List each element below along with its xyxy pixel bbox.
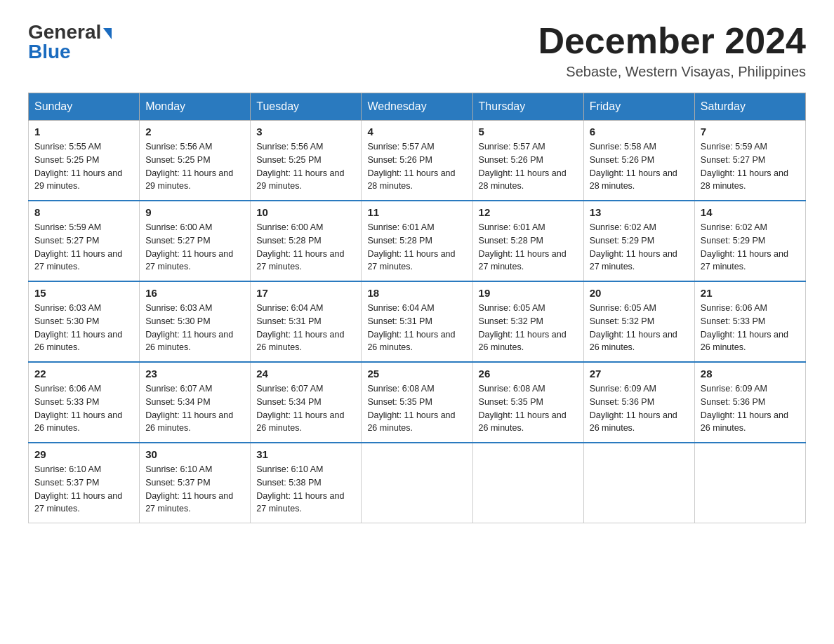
calendar-table: Sunday Monday Tuesday Wednesday Thursday…	[28, 93, 806, 523]
day-number: 24	[256, 368, 355, 380]
table-row: 12 Sunrise: 6:01 AMSunset: 5:28 PMDaylig…	[472, 201, 583, 281]
day-info: Sunrise: 6:06 AMSunset: 5:33 PMDaylight:…	[701, 303, 788, 352]
day-info: Sunrise: 6:08 AMSunset: 5:35 PMDaylight:…	[367, 384, 455, 433]
day-number: 21	[701, 287, 800, 299]
header-tuesday: Tuesday	[251, 93, 362, 121]
table-row: 5 Sunrise: 5:57 AMSunset: 5:26 PMDayligh…	[472, 121, 583, 201]
table-row	[362, 443, 472, 523]
table-row: 2 Sunrise: 5:56 AMSunset: 5:25 PMDayligh…	[140, 121, 251, 201]
day-number: 16	[145, 287, 244, 299]
table-row: 16 Sunrise: 6:03 AMSunset: 5:30 PMDaylig…	[140, 281, 251, 362]
day-info: Sunrise: 6:02 AMSunset: 5:29 PMDaylight:…	[590, 222, 677, 271]
page-header: General Blue December 2024 Sebaste, West…	[28, 21, 806, 80]
table-row: 8 Sunrise: 5:59 AMSunset: 5:27 PMDayligh…	[29, 201, 140, 281]
calendar-week-row: 1 Sunrise: 5:55 AMSunset: 5:25 PMDayligh…	[29, 121, 806, 201]
table-row: 10 Sunrise: 6:00 AMSunset: 5:28 PMDaylig…	[251, 201, 362, 281]
logo-blue: Blue	[28, 41, 71, 63]
header-thursday: Thursday	[472, 93, 583, 121]
table-row	[583, 443, 694, 523]
table-row: 21 Sunrise: 6:06 AMSunset: 5:33 PMDaylig…	[694, 281, 805, 362]
day-number: 5	[479, 126, 578, 137]
day-info: Sunrise: 6:01 AMSunset: 5:28 PMDaylight:…	[479, 222, 567, 271]
day-info: Sunrise: 5:57 AMSunset: 5:26 PMDaylight:…	[367, 142, 455, 191]
table-row: 29 Sunrise: 6:10 AMSunset: 5:37 PMDaylig…	[29, 443, 140, 523]
table-row: 3 Sunrise: 5:56 AMSunset: 5:25 PMDayligh…	[251, 121, 362, 201]
header-monday: Monday	[140, 93, 251, 121]
day-number: 19	[479, 287, 578, 299]
day-number: 2	[145, 126, 244, 137]
day-number: 17	[256, 287, 355, 299]
day-info: Sunrise: 6:03 AMSunset: 5:30 PMDaylight:…	[34, 303, 122, 352]
table-row: 7 Sunrise: 5:59 AMSunset: 5:27 PMDayligh…	[694, 121, 805, 201]
day-info: Sunrise: 6:10 AMSunset: 5:37 PMDaylight:…	[145, 464, 233, 514]
day-info: Sunrise: 6:10 AMSunset: 5:37 PMDaylight:…	[34, 464, 122, 514]
day-info: Sunrise: 5:59 AMSunset: 5:27 PMDaylight:…	[34, 222, 122, 271]
header-saturday: Saturday	[694, 93, 805, 121]
day-info: Sunrise: 5:55 AMSunset: 5:25 PMDaylight:…	[34, 142, 122, 191]
day-number: 29	[34, 448, 133, 460]
day-info: Sunrise: 5:56 AMSunset: 5:25 PMDaylight:…	[256, 142, 344, 191]
day-info: Sunrise: 6:05 AMSunset: 5:32 PMDaylight:…	[479, 303, 567, 352]
day-number: 1	[34, 126, 133, 137]
day-info: Sunrise: 6:04 AMSunset: 5:31 PMDaylight:…	[256, 303, 344, 352]
calendar-week-row: 15 Sunrise: 6:03 AMSunset: 5:30 PMDaylig…	[29, 281, 806, 362]
table-row: 13 Sunrise: 6:02 AMSunset: 5:29 PMDaylig…	[583, 201, 694, 281]
day-info: Sunrise: 6:07 AMSunset: 5:34 PMDaylight:…	[256, 384, 344, 433]
day-info: Sunrise: 6:04 AMSunset: 5:31 PMDaylight:…	[367, 303, 455, 352]
table-row: 20 Sunrise: 6:05 AMSunset: 5:32 PMDaylig…	[583, 281, 694, 362]
table-row: 4 Sunrise: 5:57 AMSunset: 5:26 PMDayligh…	[362, 121, 472, 201]
day-number: 14	[701, 206, 800, 218]
day-info: Sunrise: 5:58 AMSunset: 5:26 PMDaylight:…	[590, 142, 677, 191]
day-info: Sunrise: 6:03 AMSunset: 5:30 PMDaylight:…	[145, 303, 233, 352]
day-info: Sunrise: 6:09 AMSunset: 5:36 PMDaylight:…	[590, 384, 677, 433]
table-row: 11 Sunrise: 6:01 AMSunset: 5:28 PMDaylig…	[362, 201, 472, 281]
day-info: Sunrise: 5:57 AMSunset: 5:26 PMDaylight:…	[479, 142, 567, 191]
table-row: 9 Sunrise: 6:00 AMSunset: 5:27 PMDayligh…	[140, 201, 251, 281]
title-block: December 2024 Sebaste, Western Visayas, …	[538, 21, 806, 80]
table-row: 17 Sunrise: 6:04 AMSunset: 5:31 PMDaylig…	[251, 281, 362, 362]
calendar-week-row: 29 Sunrise: 6:10 AMSunset: 5:37 PMDaylig…	[29, 443, 806, 523]
day-info: Sunrise: 6:05 AMSunset: 5:32 PMDaylight:…	[590, 303, 677, 352]
logo: General Blue	[28, 21, 112, 63]
table-row: 22 Sunrise: 6:06 AMSunset: 5:33 PMDaylig…	[29, 362, 140, 443]
day-info: Sunrise: 6:00 AMSunset: 5:28 PMDaylight:…	[256, 222, 344, 271]
day-number: 8	[34, 206, 133, 218]
day-number: 30	[145, 448, 244, 460]
day-number: 15	[34, 287, 133, 299]
table-row: 27 Sunrise: 6:09 AMSunset: 5:36 PMDaylig…	[583, 362, 694, 443]
table-row: 19 Sunrise: 6:05 AMSunset: 5:32 PMDaylig…	[472, 281, 583, 362]
table-row: 18 Sunrise: 6:04 AMSunset: 5:31 PMDaylig…	[362, 281, 472, 362]
day-info: Sunrise: 6:06 AMSunset: 5:33 PMDaylight:…	[34, 384, 122, 433]
table-row: 1 Sunrise: 5:55 AMSunset: 5:25 PMDayligh…	[29, 121, 140, 201]
table-row	[694, 443, 805, 523]
day-info: Sunrise: 5:56 AMSunset: 5:25 PMDaylight:…	[145, 142, 233, 191]
table-row: 31 Sunrise: 6:10 AMSunset: 5:38 PMDaylig…	[251, 443, 362, 523]
day-number: 4	[367, 126, 466, 137]
table-row: 26 Sunrise: 6:08 AMSunset: 5:35 PMDaylig…	[472, 362, 583, 443]
day-number: 7	[701, 126, 800, 137]
day-number: 9	[145, 206, 244, 218]
day-number: 28	[701, 368, 800, 380]
month-title: December 2024	[538, 21, 806, 61]
header-sunday: Sunday	[29, 93, 140, 121]
day-number: 20	[590, 287, 689, 299]
header-wednesday: Wednesday	[362, 93, 472, 121]
day-number: 22	[34, 368, 133, 380]
day-info: Sunrise: 6:07 AMSunset: 5:34 PMDaylight:…	[145, 384, 233, 433]
day-info: Sunrise: 6:08 AMSunset: 5:35 PMDaylight:…	[479, 384, 567, 433]
day-number: 18	[367, 287, 466, 299]
day-info: Sunrise: 6:00 AMSunset: 5:27 PMDaylight:…	[145, 222, 233, 271]
day-number: 12	[479, 206, 578, 218]
table-row: 28 Sunrise: 6:09 AMSunset: 5:36 PMDaylig…	[694, 362, 805, 443]
day-number: 26	[479, 368, 578, 380]
day-info: Sunrise: 6:02 AMSunset: 5:29 PMDaylight:…	[701, 222, 788, 271]
table-row: 6 Sunrise: 5:58 AMSunset: 5:26 PMDayligh…	[583, 121, 694, 201]
table-row	[472, 443, 583, 523]
logo-triangle-icon	[103, 28, 112, 39]
day-number: 27	[590, 368, 689, 380]
location-subtitle: Sebaste, Western Visayas, Philippines	[538, 64, 806, 80]
day-number: 6	[590, 126, 689, 137]
day-info: Sunrise: 6:10 AMSunset: 5:38 PMDaylight:…	[256, 464, 344, 514]
day-number: 31	[256, 448, 355, 460]
table-row: 15 Sunrise: 6:03 AMSunset: 5:30 PMDaylig…	[29, 281, 140, 362]
